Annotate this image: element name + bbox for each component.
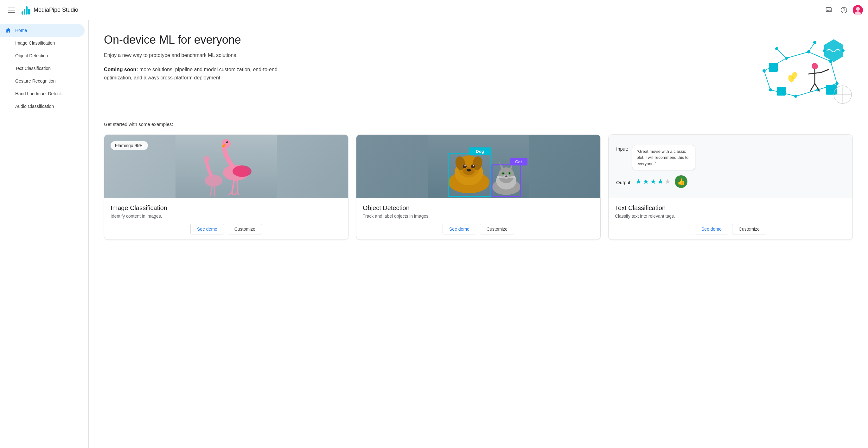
coming-soon-label: Coming soon: [104,67,138,72]
sidebar-item-text-classification[interactable]: Text Classification [0,62,85,75]
flamingo-svg [176,135,277,198]
svg-point-4 [856,7,860,11]
svg-point-76 [505,176,507,177]
svg-point-29 [812,63,818,69]
svg-line-14 [808,42,815,52]
svg-line-9 [764,71,770,90]
sidebar-item-audio-classification-label: Audio Classification [15,104,54,109]
hamburger-icon [5,5,18,15]
get-started-label: Get started with some examples: [104,122,853,127]
feedback-icon [825,7,832,13]
card-actions-text-classification: See demo Customize [615,224,846,235]
customize-button-text-classification[interactable]: Customize [732,224,766,235]
sidebar-item-audio-classification[interactable]: Audio Classification [0,100,85,113]
topbar: MediaPipe Studio [0,0,868,20]
svg-point-21 [794,95,797,98]
card-desc-image-classification: Identify content in images. [111,213,342,219]
svg-point-47 [227,142,228,142]
sidebar-no-icon-6 [5,103,11,109]
star-5: ★ [664,177,671,186]
svg-line-12 [831,61,837,83]
card-body-text-classification: Text Classification Classify text into r… [609,198,852,240]
svg-line-34 [821,69,829,72]
svg-point-41 [823,49,826,52]
hero-text: On-device ML for everyone Enjoy a new wa… [104,33,288,82]
card-actions-object-detection: See demo Customize [363,224,594,235]
cards-row: Flamingo 95% [104,134,853,240]
svg-point-16 [763,69,766,72]
card-title-text-classification: Text Classification [615,204,846,212]
sidebar-no-icon-3 [5,65,11,71]
feedback-button[interactable] [823,4,835,16]
sidebar-item-hand-landmark-label: Hand Landmark Detect... [15,91,65,96]
hero-section: On-device ML for everyone Enjoy a new wa… [104,33,853,109]
svg-point-62 [467,169,471,171]
output-row: Output: ★ ★ ★ ★ ★ 👍 [616,175,845,188]
customize-button-object-detection[interactable]: Customize [480,224,514,235]
card-image-classification: Flamingo 95% [104,134,348,240]
sidebar-no-icon-2 [5,53,11,59]
mediapipe-logo-icon [22,6,30,14]
sidebar-item-text-classification-label: Text Classification [15,66,51,71]
app-title: MediaPipe Studio [34,7,78,13]
star-3: ★ [650,177,656,186]
hamburger-menu-button[interactable] [5,4,18,16]
svg-line-32 [810,83,815,92]
card-body-image-classification: Image Classification Identify content in… [104,198,348,240]
hero-coming-soon: Coming soon: more solutions, pipeline an… [104,66,288,82]
card-title-image-classification: Image Classification [111,204,342,212]
sidebar-no-icon-1 [5,40,11,46]
see-demo-button-text-classification[interactable]: See demo [695,224,728,235]
svg-point-66 [473,165,474,166]
svg-point-79 [502,172,504,174]
sidebar-item-object-detection[interactable]: Object Detection [0,49,85,62]
svg-point-42 [842,49,844,52]
input-label: Input: [616,145,628,151]
svg-point-18 [807,50,810,54]
hero-subtitle: Enjoy a new way to prototype and benchma… [104,51,288,59]
sidebar: Home Image Classification Object Detecti… [0,20,89,448]
svg-point-48 [232,166,251,177]
help-button[interactable] [838,4,850,16]
svg-text:Dog: Dog [476,149,484,154]
star-rating: ★ ★ ★ ★ ★ [636,177,671,186]
object-detection-svg: Dog [428,135,529,198]
sidebar-item-gesture-recognition[interactable]: Gesture Recognition [0,75,85,87]
thumbs-up-icon: 👍 [675,175,687,188]
avatar-image [853,5,863,15]
main-content: On-device ML for everyone Enjoy a new wa… [89,20,868,448]
svg-text:Cat: Cat [516,160,522,164]
card-body-object-detection: Object Detection Track and label objects… [356,198,600,240]
sidebar-item-hand-landmark[interactable]: Hand Landmark Detect... [0,87,85,100]
topbar-right [823,4,863,16]
flamingo-badge: Flamingo 95% [111,141,148,150]
svg-point-80 [509,172,510,174]
hero-title: On-device ML for everyone [104,33,288,46]
see-demo-button-object-detection[interactable]: See demo [442,224,476,235]
card-title-object-detection: Object Detection [363,204,594,212]
input-bubble: "Great movie with a classic plot. I will… [632,145,695,171]
card-desc-text-classification: Classify text into relevant tags. [615,213,846,219]
sidebar-item-image-classification[interactable]: Image Classification [0,37,85,49]
svg-point-25 [775,47,778,50]
output-label: Output: [616,178,632,185]
card-preview-text-classification: Input: "Great movie with a classic plot.… [609,135,852,198]
user-avatar[interactable] [853,5,863,15]
svg-point-20 [769,88,772,92]
card-desc-object-detection: Track and label objects in images. [363,213,594,219]
see-demo-button-image-classification[interactable]: See demo [190,224,224,235]
star-1: ★ [636,177,642,186]
svg-rect-28 [777,87,786,96]
svg-point-63 [463,165,467,168]
svg-point-23 [835,82,839,85]
app-layout: Home Image Classification Object Detecti… [0,20,868,448]
card-actions-image-classification: See demo Customize [111,224,342,235]
card-object-detection: Dog [356,134,601,240]
svg-point-24 [813,41,816,44]
home-icon [5,27,11,34]
customize-button-image-classification[interactable]: Customize [228,224,262,235]
sidebar-item-home[interactable]: Home [0,24,85,37]
svg-point-51 [205,175,222,186]
svg-point-46 [226,141,228,143]
help-icon [840,7,847,13]
